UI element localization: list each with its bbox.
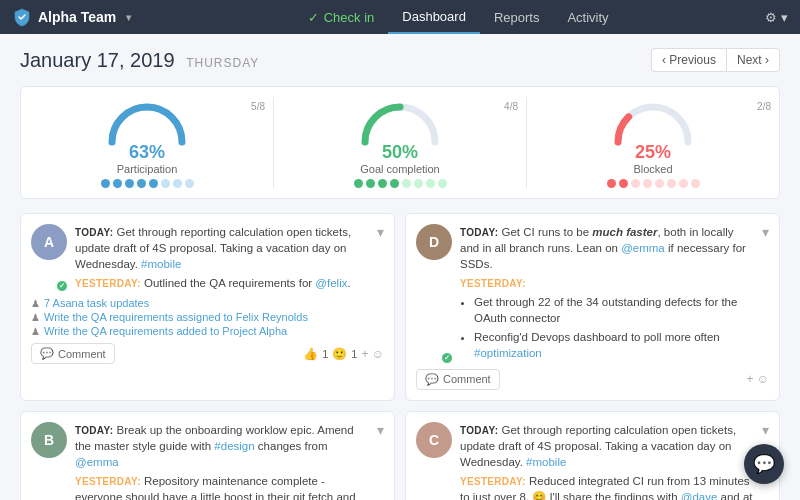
- dave-yesterday-bullets: Get through 22 of the 34 outstanding def…: [460, 294, 754, 360]
- adam-felix-link: @felix: [315, 277, 347, 289]
- carol-card-body: TODAY: Get through reporting calculation…: [460, 422, 754, 500]
- nav-dashboard[interactable]: Dashboard: [388, 0, 480, 34]
- adam-meta-2-text[interactable]: Write the QA requirements assigned to Fe…: [44, 311, 308, 323]
- dot: [691, 179, 700, 188]
- dave-emma-link: @emma: [621, 242, 665, 254]
- date-header: January 17, 2019 THURSDAY ‹ Previous Nex…: [20, 48, 780, 72]
- yesterday-label: YESTERDAY:: [75, 278, 141, 289]
- brian-dropdown-icon[interactable]: ▾: [377, 422, 384, 500]
- participation-arc: [102, 97, 192, 147]
- checkin-check-icon: ✓: [308, 10, 319, 25]
- brian-design-tag: #design: [214, 440, 254, 452]
- goal-fraction: 4/8: [504, 101, 518, 112]
- settings-gear-icon[interactable]: ⚙: [765, 10, 777, 25]
- adam-meta-3: ♟ Write the QA requirements added to Pro…: [31, 325, 384, 337]
- carol-mobile-tag: #mobile: [526, 456, 566, 468]
- dot: [631, 179, 640, 188]
- smiley-icon: 🙂: [332, 347, 347, 361]
- previous-button[interactable]: ‹ Previous: [651, 48, 726, 72]
- participation-name: Participation: [117, 163, 178, 175]
- adam-meta-3-text[interactable]: Write the QA requirements added to Proje…: [44, 325, 287, 337]
- brian-emma-link: @emma: [75, 456, 119, 468]
- adam-meta-1-text[interactable]: 7 Asana task updates: [44, 297, 149, 309]
- adam-reactions: 👍 1 🙂 1 + ☺: [303, 347, 384, 361]
- blocked-fraction: 2/8: [757, 101, 771, 112]
- stats-row: 5/8 63% Participation 4/8: [20, 86, 780, 199]
- dot: [667, 179, 676, 188]
- adam-card-body: TODAY: Get through reporting calculation…: [75, 224, 369, 291]
- top-nav: Alpha Team ▾ ✓ Check in Dashboard Report…: [0, 0, 800, 34]
- blocked-pct: 25%: [633, 142, 672, 163]
- adam-dropdown-icon[interactable]: ▾: [377, 224, 384, 291]
- dot: [402, 179, 411, 188]
- adam-today-text: TODAY: Get through reporting calculation…: [75, 224, 369, 272]
- date-title-area: January 17, 2019 THURSDAY: [20, 49, 259, 72]
- dave-bullet-1: Get through 22 of the 34 outstanding def…: [474, 294, 754, 326]
- dave-avatar-container: D: [416, 224, 452, 363]
- dot: [643, 179, 652, 188]
- dave-bullet-2: Reconfig'd Devops dashboard to poll more…: [474, 329, 754, 361]
- card-carol: C TODAY: Get through reporting calculati…: [405, 411, 780, 500]
- team-logo[interactable]: Alpha Team ▾: [12, 7, 131, 27]
- dot: [113, 179, 122, 188]
- shield-icon: [12, 7, 32, 27]
- goal-pct: 50%: [360, 142, 440, 163]
- adam-comment-button[interactable]: 💬 Comment: [31, 343, 115, 364]
- team-chevron-icon: ▾: [126, 12, 131, 23]
- brian-today-text: TODAY: Break up the onboarding worklow e…: [75, 422, 369, 470]
- card-dave: D TODAY: Get CI runs to be much faster, …: [405, 213, 780, 401]
- carol-avatar: C: [416, 422, 452, 458]
- team-name: Alpha Team: [38, 9, 116, 25]
- nav-activity[interactable]: Activity: [553, 0, 622, 34]
- chat-fab-button[interactable]: 💬: [744, 444, 784, 484]
- chat-icon: 💬: [753, 453, 775, 475]
- adam-comment-label: Comment: [58, 348, 106, 360]
- dot: [619, 179, 628, 188]
- comment-icon: 💬: [40, 347, 54, 360]
- thumbs-up-icon: 👍: [303, 347, 318, 361]
- adam-actions-row: 💬 Comment 👍 1 🙂 1 + ☺: [31, 343, 384, 364]
- card-brian: B TODAY: Break up the onboarding worklow…: [20, 411, 395, 500]
- blocked-label: 25% Blocked: [633, 142, 672, 175]
- adam-mobile-tag: #mobile: [141, 258, 181, 270]
- dot: [378, 179, 387, 188]
- adam-avatar-container: A: [31, 224, 67, 291]
- dot: [655, 179, 664, 188]
- nav-chevron-right: ▾: [781, 10, 788, 25]
- dot: [185, 179, 194, 188]
- dave-today-text: TODAY: Get CI runs to be much faster, bo…: [460, 224, 754, 272]
- dave-comment-button[interactable]: 💬 Comment: [416, 369, 500, 390]
- dave-actions-row: 💬 Comment + ☺: [416, 369, 769, 390]
- goal-arc: [355, 97, 445, 147]
- stat-participation: 5/8 63% Participation: [21, 97, 274, 188]
- dot: [161, 179, 170, 188]
- nav-checkin[interactable]: ✓ Check in: [294, 0, 389, 34]
- main-content: January 17, 2019 THURSDAY ‹ Previous Nex…: [0, 34, 800, 500]
- card-adam: A TODAY: Get through reporting calculati…: [20, 213, 395, 401]
- dot: [414, 179, 423, 188]
- brian-card-body: TODAY: Break up the onboarding worklow e…: [75, 422, 369, 500]
- carol-today-text: TODAY: Get through reporting calculation…: [460, 422, 754, 470]
- card-carol-header: C TODAY: Get through reporting calculati…: [416, 422, 769, 500]
- add-reaction-button[interactable]: + ☺: [361, 347, 384, 361]
- dave-add-reaction-button[interactable]: + ☺: [746, 372, 769, 386]
- dot: [125, 179, 134, 188]
- yesterday-label-carol: YESTERDAY:: [460, 476, 526, 487]
- comment-icon-dave: 💬: [425, 373, 439, 386]
- activity-label: Activity: [567, 10, 608, 25]
- dot: [101, 179, 110, 188]
- adam-card-meta: ♟ 7 Asana task updates ♟ Write the QA re…: [31, 297, 384, 337]
- today-label-dave: TODAY:: [460, 227, 498, 238]
- dot: [679, 179, 688, 188]
- dot: [366, 179, 375, 188]
- dave-card-body: TODAY: Get CI runs to be much faster, bo…: [460, 224, 754, 363]
- dave-dropdown-icon[interactable]: ▾: [762, 224, 769, 363]
- cards-grid: A TODAY: Get through reporting calculati…: [20, 213, 780, 500]
- dot: [426, 179, 435, 188]
- nav-reports[interactable]: Reports: [480, 0, 554, 34]
- next-button[interactable]: Next ›: [726, 48, 780, 72]
- adam-checkin-badge: [56, 280, 68, 292]
- participation-pct: 63%: [117, 142, 178, 163]
- asana-icon-2: ♟: [31, 312, 40, 323]
- stat-goal-completion: 4/8 50% Goal completion: [274, 97, 527, 188]
